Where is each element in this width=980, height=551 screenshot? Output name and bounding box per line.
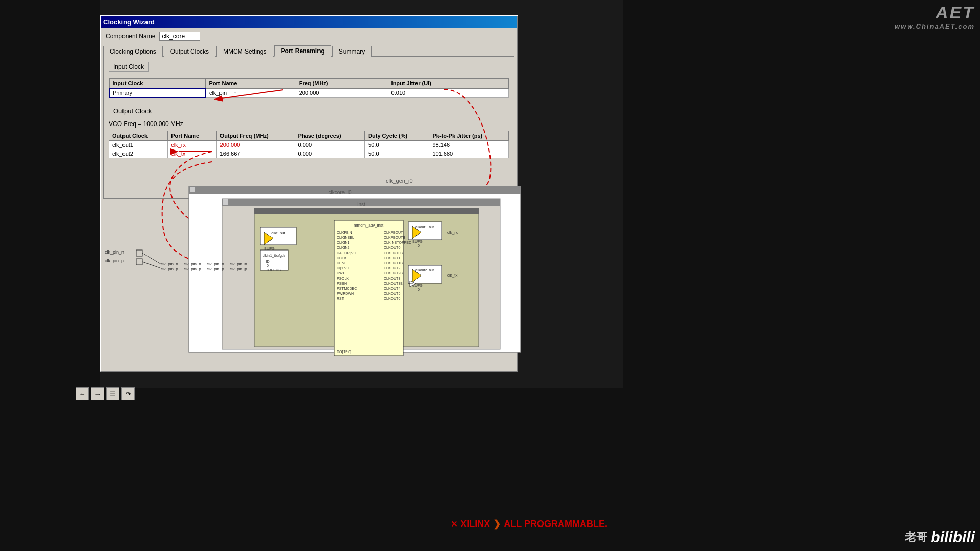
dialog-title: Clocking Wizard — [101, 16, 517, 28]
clk-out1-duty: 50.0 — [365, 141, 429, 149]
clk-out2-freq: 166.667 — [216, 149, 295, 158]
component-name-row: Component Name clk_core — [101, 28, 517, 45]
tab-output-clocks[interactable]: Output Clocks — [164, 46, 215, 57]
xilinx-chevron-icon: ❯ — [493, 518, 501, 530]
input-clock-table: Input Clock Port Name Freq (MHz) Input J… — [109, 78, 509, 98]
all-programmable-text: ALL PROGRAMMABLE. — [504, 519, 607, 530]
input-clock-section-label: Input Clock — [109, 62, 509, 75]
toolbar-forward-btn[interactable]: → — [91, 387, 104, 400]
clk-out2-phase: 0.000 — [295, 149, 365, 158]
output-clock-col: Output Clock — [109, 131, 168, 141]
tab-mmcm-settings[interactable]: MMCM Settings — [216, 46, 273, 57]
component-name-label: Component Name — [106, 33, 155, 40]
tab-content-area: Input Clock Input Clock Port Name Freq (… — [103, 56, 514, 199]
clk-out2-port[interactable]: clk_tx — [168, 149, 216, 158]
website-text: www.ChinaAET.com — [895, 22, 975, 30]
output-clock-section: Output Clock VCO Freq = 1000.000 MHz Out… — [109, 106, 509, 158]
tabs-row: Clocking Options Output Clocks MMCM Sett… — [101, 45, 517, 56]
clk-out2-duty: 50.0 — [365, 149, 429, 158]
toolbar-back-btn[interactable]: ← — [76, 387, 89, 400]
input-clock-col-header: Input Clock — [109, 79, 206, 89]
bilibili-user-text: 老哥 — [905, 530, 927, 545]
bilibili-watermark: 老哥 bilibili — [905, 529, 975, 546]
freq-col-header: Freq (MHz) — [296, 79, 388, 89]
output-clock-section-label: Output Clock — [109, 106, 156, 116]
clk-out1-phase: 0.000 — [295, 141, 365, 149]
clk-out1-jitter: 98.146 — [429, 141, 509, 149]
top-right-logo: AET www.ChinaAET.com — [895, 3, 975, 30]
table-row: clk_out2 clk_tx 166.667 0.000 50.0 101.6… — [109, 149, 509, 158]
toolbar-next-btn[interactable]: ↷ — [121, 387, 135, 400]
xilinx-watermark: ✕ XILINX ❯ ALL PROGRAMMABLE. — [451, 518, 607, 530]
clk-out1-name: clk_out1 — [109, 141, 168, 149]
clk-out1-port[interactable]: clk_rx — [168, 141, 216, 149]
component-name-value[interactable]: clk_core — [159, 32, 200, 41]
output-clock-table: Output Clock Port Name Output Freq (MHz)… — [109, 131, 509, 158]
output-freq-col: Output Freq (MHz) — [216, 131, 295, 141]
xilinx-x-icon: ✕ — [451, 519, 457, 529]
input-clock-port-name[interactable]: clk_pin ○ — [206, 88, 296, 97]
input-clock-jitter[interactable]: 0.010 — [388, 88, 508, 97]
clk-out2-name: clk_out2 — [109, 149, 168, 158]
tab-port-renaming[interactable]: Port Renaming — [274, 45, 331, 57]
port-name-col-header: Port Name — [206, 79, 296, 89]
input-clock-freq: 200.000 — [296, 88, 388, 97]
vco-freq-text: VCO Freq = 1000.000 MHz — [109, 120, 509, 128]
tab-clocking-options[interactable]: Clocking Options — [103, 46, 163, 57]
bilibili-logo: bilibili — [930, 529, 975, 546]
main-dialog: Clocking Wizard Component Name clk_core … — [100, 15, 518, 372]
bottom-toolbar: ← → ☰ ↷ — [76, 387, 135, 400]
jitter-col-header: Input Jitter (UI) — [388, 79, 508, 89]
duty-cycle-col: Duty Cycle (%) — [365, 131, 429, 141]
port-name-col: Port Name — [168, 131, 216, 141]
xilinx-logo: XILINX — [460, 519, 490, 530]
table-row: Primary clk_pin ○ 200.000 0.010 — [109, 88, 509, 97]
pk-jitter-col: Pk-to-Pk Jitter (ps) — [429, 131, 509, 141]
bg-left — [0, 0, 100, 388]
bg-right — [623, 0, 980, 388]
phase-col: Phase (degrees) — [295, 131, 365, 141]
clk-out2-jitter: 101.680 — [429, 149, 509, 158]
tab-summary[interactable]: Summary — [332, 46, 372, 57]
table-row: clk_out1 clk_rx 200.000 0.000 50.0 98.14… — [109, 141, 509, 149]
input-clock-primary[interactable]: Primary — [109, 88, 206, 97]
toolbar-list-btn[interactable]: ☰ — [106, 387, 119, 400]
clk-out1-freq[interactable]: 200.000 — [216, 141, 295, 149]
dialog-title-text: Clocking Wizard — [103, 18, 155, 26]
